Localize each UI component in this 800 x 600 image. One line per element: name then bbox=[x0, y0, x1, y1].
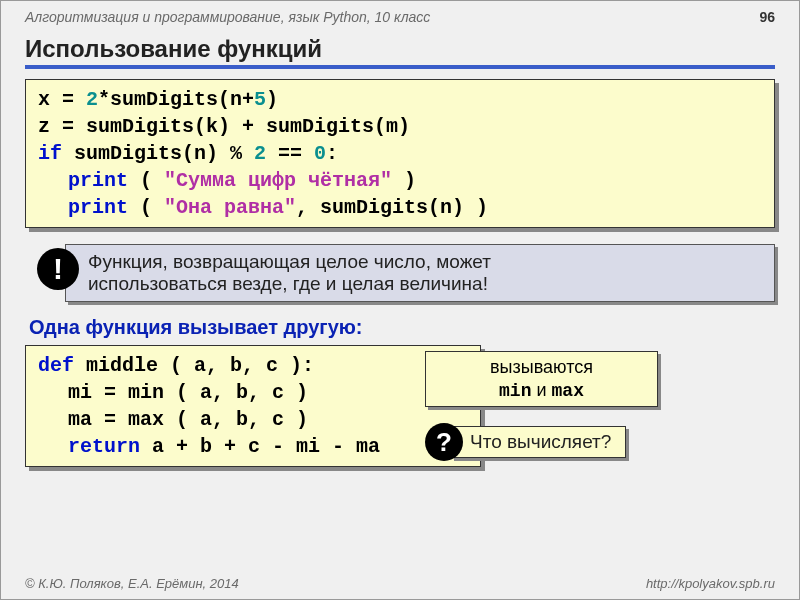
code-line: return a + b + c - mi - ma bbox=[38, 433, 468, 460]
copyright: © К.Ю. Поляков, Е.А. Ерёмин, 2014 bbox=[25, 576, 239, 591]
code-block-middle: def middle ( a, b, c ): mi = min ( a, b,… bbox=[25, 345, 481, 467]
code-line: mi = min ( a, b, c ) bbox=[38, 379, 468, 406]
page-number: 96 bbox=[759, 9, 775, 25]
subject-text: Алгоритмизация и программирование, язык … bbox=[25, 9, 430, 25]
code-block-usage: x = 2*sumDigits(n+5) z = sumDigits(k) + … bbox=[25, 79, 775, 228]
slide-footer: © К.Ю. Поляков, Е.А. Ерёмин, 2014 http:/… bbox=[25, 576, 775, 591]
side-note: вызываются min и max bbox=[425, 351, 658, 407]
title-rule bbox=[25, 65, 775, 69]
question-callout: ? Что вычисляет? bbox=[425, 423, 626, 461]
question-text: Что вычисляет? bbox=[451, 426, 626, 458]
question-icon: ? bbox=[425, 423, 463, 461]
code-line: if sumDigits(n) % 2 == 0: bbox=[38, 140, 762, 167]
code-line: print ( "Она равна", sumDigits(n) ) bbox=[38, 194, 762, 221]
code-line: z = sumDigits(k) + sumDigits(m) bbox=[38, 113, 762, 140]
subheading: Одна функция вызывает другую: bbox=[29, 316, 775, 339]
exclamation-icon: ! bbox=[37, 248, 79, 290]
callout-text: Функция, возвращающая целое число, может… bbox=[65, 244, 775, 302]
footer-url: http://kpolyakov.spb.ru bbox=[646, 576, 775, 591]
slide-title: Использование функций bbox=[25, 35, 775, 63]
code-line: ma = max ( a, b, c ) bbox=[38, 406, 468, 433]
callout-note: ! Функция, возвращающая целое число, мож… bbox=[37, 244, 775, 302]
code-line: print ( "Сумма цифр чётная" ) bbox=[38, 167, 762, 194]
code-line: x = 2*sumDigits(n+5) bbox=[38, 86, 762, 113]
code-line: def middle ( a, b, c ): bbox=[38, 352, 468, 379]
slide-header: Алгоритмизация и программирование, язык … bbox=[25, 9, 775, 25]
